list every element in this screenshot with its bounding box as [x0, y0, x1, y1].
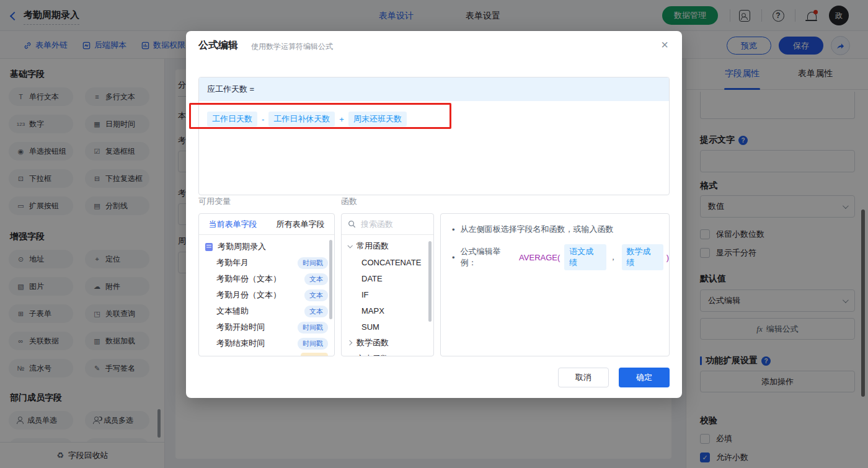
function-group-common[interactable]: 常用函数	[342, 238, 433, 254]
functions-label: 函数	[341, 196, 357, 207]
function-item[interactable]: CONCATENATE	[342, 254, 433, 270]
variables-panel: 当前表单字段 所有表单字段 考勤周期录入 考勤年月 时间戳 考勤年份（文本） 文…	[198, 213, 335, 356]
app-root: 考勤周期录入 表单设计 表单设置 数据管理 ? 政 表单外链 后端脚本 数据权限…	[0, 0, 868, 468]
example-arg-chip: 语文成绩	[564, 244, 606, 270]
formula-expression[interactable]: 工作日天数 - 工作日补休天数 + 周末还班天数	[199, 101, 669, 137]
variables-label: 可用变量	[198, 196, 231, 207]
formula-field-token[interactable]: 周末还班天数	[348, 112, 407, 126]
partial-badge	[301, 353, 328, 356]
hint-line-1: • 从左侧面板选择字段名和函数，或输入函数	[441, 224, 669, 235]
functions-scrollbar[interactable]	[428, 241, 432, 322]
modal-title: 公式编辑	[198, 39, 238, 52]
formula-field-token[interactable]: 工作日补休天数	[268, 112, 335, 126]
variable-item[interactable]: 考勤年份（文本） 文本	[199, 271, 334, 287]
formula-field-token[interactable]: 工作日天数	[207, 112, 257, 126]
variable-item[interactable]: 考勤年月 时间戳	[199, 255, 334, 271]
function-group-math[interactable]: 数学函数	[342, 335, 433, 351]
type-badge: 时间戳	[298, 322, 328, 333]
variable-tree-root[interactable]: 考勤周期录入	[199, 239, 334, 255]
search-icon	[348, 220, 356, 228]
type-badge: 时间戳	[298, 338, 328, 350]
hints-panel: • 从左侧面板选择字段名和函数，或输入函数 • 公式编辑举例： AVERAGE(…	[440, 213, 670, 356]
formula-target: 应工作天数 =	[199, 77, 669, 101]
function-group-text[interactable]: 文本函数	[342, 351, 433, 356]
variables-scrollbar[interactable]	[329, 240, 332, 319]
function-item[interactable]: MAPX	[342, 302, 433, 319]
example-close-paren: )	[666, 253, 669, 262]
close-icon[interactable]: ×	[661, 38, 668, 51]
modal-subtitle: 使用数学运算符编辑公式	[251, 42, 333, 52]
example-arg-chip: 数学成绩	[622, 244, 663, 270]
function-item[interactable]: DATE	[342, 270, 433, 286]
variables-tabs: 当前表单字段 所有表单字段	[199, 214, 334, 235]
example-function-name: AVERAGE(	[519, 253, 560, 262]
functions-panel: 常用函数 CONCATENATE DATE IF MAPX SUM 数学函数 文…	[341, 213, 434, 356]
function-item[interactable]: SUM	[342, 319, 433, 335]
type-badge: 文本	[304, 306, 328, 317]
variable-item[interactable]: 文本辅助 文本	[199, 303, 334, 319]
type-badge: 时间戳	[298, 257, 328, 269]
formula-editor-modal: 公式编辑 使用数学运算符编辑公式 × 应工作天数 = 工作日天数 - 工作日补休…	[186, 31, 682, 398]
variable-item[interactable]: 考勤开始时间 时间戳	[199, 319, 334, 335]
chevron-down-icon	[347, 243, 352, 248]
function-search-input[interactable]	[361, 219, 423, 229]
confirm-button[interactable]: 确定	[619, 368, 670, 387]
variable-item[interactable]: 考勤月份（文本） 文本	[199, 287, 334, 303]
function-item[interactable]: IF	[342, 286, 433, 302]
type-badge: 文本	[304, 289, 328, 301]
form-doc-icon	[205, 243, 213, 251]
type-badge: 文本	[304, 273, 328, 285]
chevron-right-icon	[347, 340, 352, 345]
cancel-button[interactable]: 取消	[558, 368, 609, 387]
variable-item[interactable]: 考勤结束时间 时间戳	[199, 335, 334, 351]
tab-all-form-fields[interactable]: 所有表单字段	[267, 219, 334, 230]
function-search	[342, 214, 433, 235]
hint-line-2: • 公式编辑举例： AVERAGE( 语文成绩 ， 数学成绩 )	[441, 244, 669, 270]
formula-editor-box: 应工作天数 = 工作日天数 - 工作日补休天数 + 周末还班天数	[198, 77, 670, 195]
tab-current-form-fields[interactable]: 当前表单字段	[199, 219, 267, 230]
formula-operator: +	[339, 115, 344, 124]
formula-operator: -	[262, 115, 264, 124]
